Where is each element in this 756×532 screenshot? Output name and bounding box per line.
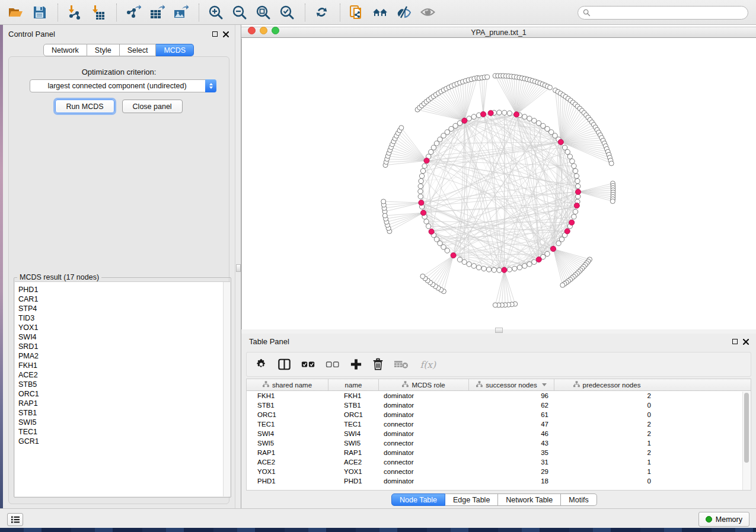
table-cell: 0 xyxy=(554,402,659,409)
table-row[interactable]: TEC1TEC1connector472 xyxy=(247,419,751,429)
table-tab-node-table[interactable]: Node Table xyxy=(391,493,445,506)
table-tab-edge-table[interactable]: Edge Table xyxy=(445,493,498,506)
tab-style[interactable]: Style xyxy=(87,44,120,56)
vertical-splitter-grip[interactable] xyxy=(236,264,241,272)
result-list-scrollbar[interactable] xyxy=(223,282,230,496)
save-session-button[interactable] xyxy=(28,2,50,23)
selected-option-label: largest connected component (undirected) xyxy=(30,82,205,90)
first-neighbors-button[interactable] xyxy=(369,2,391,23)
table-row[interactable]: SWI5SWI5connector431 xyxy=(247,438,751,448)
maximize-window-button[interactable] xyxy=(272,27,279,34)
deselect-all-icon xyxy=(326,358,340,371)
export-network-button[interactable] xyxy=(122,2,143,23)
run-mcds-button[interactable]: Run MCDS xyxy=(55,100,114,113)
table-row[interactable]: PHD1PHD1dominator180 xyxy=(247,476,751,486)
column-header-MCDS-role[interactable]: MCDS role xyxy=(379,379,469,390)
horizontal-splitter[interactable] xyxy=(241,329,756,334)
table-tab-network-table[interactable]: Network Table xyxy=(498,493,561,506)
zoom-selected-button[interactable] xyxy=(276,2,297,23)
table-row[interactable]: ACE2ACE2connector311 xyxy=(247,457,751,467)
table-row[interactable]: FKH1FKH1dominator962 xyxy=(247,391,751,400)
table-row[interactable]: YOX1YOX1connector291 xyxy=(247,467,751,476)
zoom-fit-icon xyxy=(255,4,271,20)
table-row[interactable]: RAP1RAP1dominator352 xyxy=(247,448,751,457)
result-node-item[interactable]: TEC1 xyxy=(18,427,223,437)
table-scrollbar-thumb[interactable] xyxy=(744,393,749,463)
tab-mcds[interactable]: MCDS xyxy=(156,44,194,56)
zoom-fit-button[interactable] xyxy=(252,2,273,23)
column-header-name[interactable]: name xyxy=(328,379,379,390)
result-node-item[interactable]: FKH1 xyxy=(18,361,223,370)
select-all-icon xyxy=(301,358,315,371)
show-all-button[interactable] xyxy=(417,2,438,23)
zoom-out-button[interactable] xyxy=(228,2,250,23)
result-node-item[interactable]: ORC1 xyxy=(18,389,223,399)
table-scrollbar[interactable] xyxy=(742,392,750,490)
result-node-item[interactable]: RAP1 xyxy=(18,399,223,408)
export-image-button[interactable] xyxy=(170,2,191,23)
network-frame-titlebar[interactable]: YPA_prune.txt_1 xyxy=(241,27,756,38)
result-node-item[interactable]: GCR1 xyxy=(18,437,223,446)
import-network-button[interactable] xyxy=(63,2,85,23)
table-cell: dominator xyxy=(379,392,469,399)
result-node-item[interactable]: YOX1 xyxy=(18,323,223,332)
close-window-button[interactable] xyxy=(248,27,256,34)
result-node-item[interactable]: PHD1 xyxy=(18,285,223,294)
close-panel-button[interactable]: Close panel xyxy=(122,100,183,113)
table-row[interactable]: STB1STB1dominator620 xyxy=(247,400,751,410)
search-input[interactable] xyxy=(591,9,748,17)
clone-network-button[interactable] xyxy=(346,2,367,23)
table-cell: connector xyxy=(379,440,469,447)
optimization-criterion-select[interactable]: largest connected component (undirected) xyxy=(30,79,216,92)
apply-layout-button[interactable] xyxy=(311,2,332,23)
result-node-item[interactable]: PMA2 xyxy=(18,351,223,361)
table-cell: 1 xyxy=(554,440,659,447)
open-session-button[interactable] xyxy=(5,2,26,23)
table-cell: dominator xyxy=(379,402,469,409)
tab-select[interactable]: Select xyxy=(120,44,157,56)
vertical-splitter[interactable] xyxy=(235,25,241,508)
table-settings-button[interactable] xyxy=(255,358,267,371)
network-graph[interactable] xyxy=(242,39,755,329)
hide-selected-button[interactable] xyxy=(393,2,414,23)
status-menu-button[interactable] xyxy=(7,513,23,526)
select-all-rows-button[interactable] xyxy=(301,358,315,371)
tab-network[interactable]: Network xyxy=(43,44,87,56)
result-node-item[interactable]: SRD1 xyxy=(18,342,223,351)
mcds-result-list[interactable]: PHD1CAR1STP4TID3YOX1SWI4SRD1PMA2FKH1ACE2… xyxy=(15,281,230,496)
table-panel-close-button[interactable] xyxy=(743,339,749,345)
add-column-button[interactable] xyxy=(350,358,362,371)
zoom-in-button[interactable] xyxy=(205,2,226,23)
table-cell: 96 xyxy=(469,392,554,399)
result-node-item[interactable]: SWI4 xyxy=(18,332,223,342)
column-header-successor-nodes[interactable]: successor nodes xyxy=(469,379,554,390)
result-node-item[interactable]: CAR1 xyxy=(18,294,223,304)
control-panel-float-button[interactable] xyxy=(212,31,218,37)
result-node-item[interactable]: STB5 xyxy=(18,380,223,389)
table-cell: PHD1 xyxy=(247,477,328,485)
search-icon xyxy=(583,9,591,17)
result-node-item[interactable]: STB1 xyxy=(18,408,223,418)
table-cell: STB1 xyxy=(328,402,379,409)
control-panel-close-button[interactable] xyxy=(223,31,229,37)
column-header-predecessor-nodes[interactable]: predecessor nodes xyxy=(554,379,659,390)
deselect-all-rows-button[interactable] xyxy=(326,358,340,371)
table-panel-float-button[interactable] xyxy=(732,339,738,344)
export-table-button[interactable] xyxy=(146,2,167,23)
result-node-item[interactable]: TID3 xyxy=(18,313,223,323)
memory-button[interactable]: Memory xyxy=(698,512,749,527)
toggle-panel-layout-button[interactable] xyxy=(277,358,291,371)
table-row[interactable]: ORC1ORC1dominator610 xyxy=(247,410,751,419)
result-node-item[interactable]: ACE2 xyxy=(18,370,223,380)
column-header-shared-name[interactable]: shared name xyxy=(247,379,328,390)
minimize-window-button[interactable] xyxy=(260,27,267,34)
table-tab-motifs[interactable]: Motifs xyxy=(561,493,596,506)
table-row[interactable]: SWI4SWI4dominator462 xyxy=(247,429,751,438)
result-node-item[interactable]: SWI5 xyxy=(18,418,223,427)
delete-column-button[interactable] xyxy=(372,358,384,371)
import-table-button[interactable] xyxy=(87,2,109,23)
search-box[interactable] xyxy=(578,6,748,20)
horizontal-splitter-grip[interactable] xyxy=(495,328,503,333)
result-node-item[interactable]: STP4 xyxy=(18,304,223,313)
network-canvas[interactable] xyxy=(241,39,756,329)
